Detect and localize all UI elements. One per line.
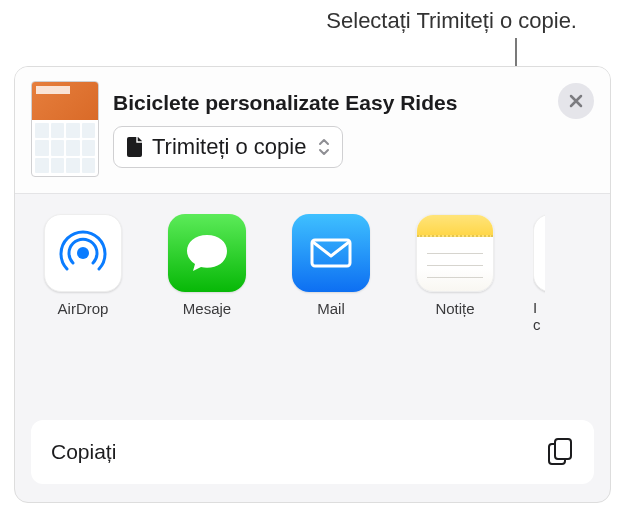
messages-icon (168, 214, 246, 292)
copy-icon (546, 437, 574, 467)
document-thumbnail (31, 81, 99, 177)
share-target-mail[interactable]: Mail (285, 214, 377, 333)
svg-rect-3 (555, 439, 571, 459)
close-button[interactable] (558, 83, 594, 119)
app-label: Mesaje (183, 300, 231, 317)
app-label: Mail (317, 300, 345, 317)
chevron-up-down-icon (318, 138, 330, 156)
actions-list: Copiați (15, 410, 610, 502)
copy-label: Copiați (51, 440, 116, 464)
share-target-messages[interactable]: Mesaje (161, 214, 253, 333)
partial-app-icon (533, 214, 545, 292)
app-row: AirDrop Mesaje Mail (15, 194, 610, 349)
airdrop-icon (44, 214, 122, 292)
document-icon (126, 136, 144, 158)
copy-action[interactable]: Copiați (31, 420, 594, 484)
notes-icon (416, 214, 494, 292)
close-icon (569, 94, 583, 108)
send-copy-selector[interactable]: Trimiteți o copie (113, 126, 343, 168)
app-label: I c (533, 300, 541, 333)
app-label: AirDrop (58, 300, 109, 317)
callout-text: Selectați Trimiteți o copie. (326, 8, 577, 34)
send-copy-label: Trimiteți o copie (152, 134, 306, 160)
share-target-airdrop[interactable]: AirDrop (37, 214, 129, 333)
share-target-notes[interactable]: Notițe (409, 214, 501, 333)
mail-icon (292, 214, 370, 292)
svg-point-0 (77, 247, 89, 259)
app-label: Notițe (435, 300, 474, 317)
share-target-partial[interactable]: I c (533, 214, 545, 333)
share-header: Biciclete personalizate Easy Rides Trimi… (15, 67, 610, 194)
share-sheet: Biciclete personalizate Easy Rides Trimi… (14, 66, 611, 503)
document-title: Biciclete personalizate Easy Rides (113, 90, 544, 115)
